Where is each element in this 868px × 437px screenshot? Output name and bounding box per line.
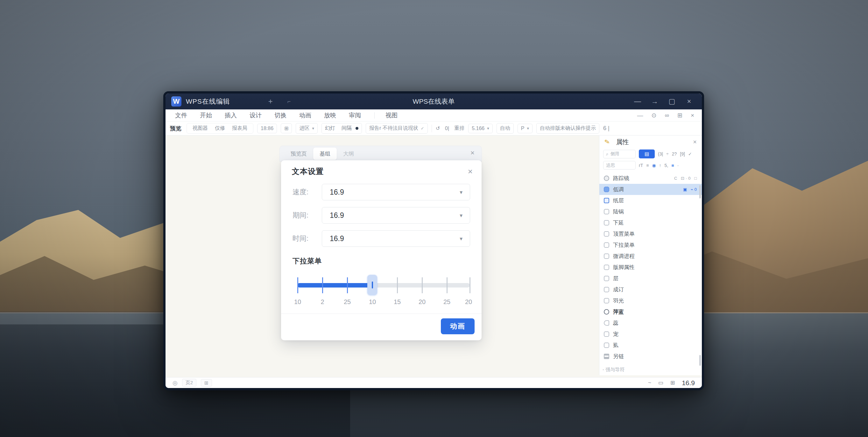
toolbar-button[interactable]: 报表局 (229, 124, 250, 132)
dialog-close-icon[interactable]: × (468, 167, 473, 176)
chevron-down-icon: ▼ (459, 236, 463, 241)
item-icon (604, 265, 609, 270)
list-item[interactable]: 低调 ▣ ⌁0 (599, 184, 702, 195)
more-icon[interactable]: · (677, 163, 679, 168)
long-toolbar-button[interactable]: 自动排版未确认操作提示 (536, 123, 599, 134)
item-icon (604, 331, 609, 337)
record-icon[interactable]: ⊙ (652, 112, 657, 119)
tabstrip-tab[interactable]: 基组 (313, 147, 337, 160)
toolbar-button[interactable]: 仅修 (212, 124, 227, 132)
grid-button[interactable]: ⊞ (281, 124, 292, 133)
tabstrip-tab[interactable]: 大纲 (337, 147, 360, 160)
list-item[interactable]: 路踪镜 C ⊡·0 □ (599, 173, 702, 184)
pan-icon[interactable]: ~ (648, 380, 651, 386)
panel-scrollbar-thumb[interactable] (699, 185, 701, 198)
panel-scrollbar-thumb[interactable] (699, 355, 701, 366)
shape-icon[interactable]: (3| (658, 152, 663, 157)
cut-icon[interactable]: 5, (664, 163, 669, 168)
menu-item[interactable]: 开始 (200, 111, 212, 120)
maximize-icon[interactable]: ▢ (665, 97, 678, 106)
value-dropdown[interactable]: 5.166 ▾ (468, 124, 493, 133)
list-item[interactable]: 另链 (599, 351, 702, 362)
tabstrip-tab[interactable]: 预览页 (284, 147, 313, 160)
item-icon (604, 242, 609, 248)
list-item[interactable]: 微调进程 (599, 250, 702, 262)
animation-button[interactable]: 动画 (441, 318, 474, 334)
view-tab-label[interactable]: 预览 (170, 125, 181, 132)
menu-item-extra[interactable]: 视图 (385, 111, 398, 120)
auto-button[interactable]: 自动 (497, 123, 514, 134)
minimize-ribbon-icon[interactable]: — (637, 112, 643, 119)
panel-search-input[interactable]: ⌕ 侧用 (603, 150, 636, 158)
list-item[interactable]: 版脚属性 (599, 262, 702, 273)
toolbar-button-group: 视图器仅修报表局 (187, 123, 253, 134)
glasses-icon[interactable]: ∞ (664, 112, 669, 119)
zero-icon[interactable]: 0| (445, 126, 449, 131)
item-label: 虱 (613, 342, 618, 349)
list-item[interactable]: 下拉菜单 (599, 239, 702, 250)
menu-item[interactable]: 切换 (274, 111, 286, 120)
item-icon (604, 320, 609, 326)
menu-item[interactable]: 放映 (324, 111, 336, 120)
new-tab-button[interactable]: + (268, 97, 273, 106)
list-item[interactable]: 下延 (599, 217, 702, 228)
slider-tick (469, 277, 470, 293)
list-item[interactable]: 羽光 (599, 295, 702, 306)
divide-icon[interactable]: ÷ (666, 152, 669, 157)
forward-icon[interactable]: → (648, 97, 661, 106)
list-item[interactable]: 纸层 (599, 195, 702, 206)
toolbar-button[interactable]: 视图器 (190, 124, 210, 132)
list-item[interactable]: 蕊 (599, 317, 702, 329)
close-icon[interactable]: × (683, 97, 695, 106)
segment-control[interactable]: 幻灯 间隔 (321, 123, 362, 134)
menu-item[interactable]: 设计 (250, 111, 261, 120)
menu-item[interactable]: 文件 (175, 111, 187, 120)
list-item[interactable]: 顶置菜单 (599, 228, 702, 239)
list-icon[interactable]: ≡ (646, 163, 649, 168)
grid-view-icon[interactable]: ⊞ (201, 379, 212, 387)
target-icon[interactable]: ◉ (652, 163, 656, 168)
field-select[interactable]: 16.9 ▼ (322, 207, 470, 224)
small-dropdown[interactable]: 进区 ▾ (296, 123, 318, 134)
layout-icon[interactable]: ⊞ (677, 112, 682, 119)
question-icon[interactable]: 2? (672, 152, 677, 157)
slider-handle[interactable] (367, 275, 377, 295)
list-item[interactable]: 陆锅 (599, 206, 702, 217)
list-item[interactable]: 萍蓝 (599, 306, 702, 317)
field-select[interactable]: 16.9 ▼ (322, 230, 470, 247)
menubar: 文件开始插入设计切换动画放映审阅 视图 — ⊙ ∞ ⊞ × (165, 109, 702, 122)
table-icon[interactable]: rT (639, 163, 643, 168)
menu-item[interactable]: 审阅 (349, 111, 361, 120)
menu-item[interactable]: 动画 (299, 111, 311, 120)
panel-filter-input[interactable]: 追思 (603, 161, 636, 170)
minimize-icon[interactable]: — (631, 97, 644, 106)
list-item[interactable]: 成订 (599, 284, 702, 295)
arrow-up-icon[interactable]: ↑ (659, 163, 661, 168)
close-ribbon-icon[interactable]: × (691, 112, 694, 119)
rearrange-label[interactable]: 重排 (454, 125, 464, 132)
check-icon[interactable]: ✓ (688, 152, 692, 157)
flag-button[interactable]: P ▾ (518, 124, 532, 133)
grid-layout-icon[interactable]: ⊞ (670, 379, 675, 386)
panel-item-list: 路踪镜 C ⊡·0 □ 低调 ▣ ⌁0 纸层 (599, 173, 702, 362)
slider: 102251015202520 (292, 266, 470, 313)
tabstrip-close-icon[interactable]: × (470, 149, 474, 157)
panel-active-button[interactable]: ▤ (639, 149, 655, 158)
list-item[interactable]: 虱 (599, 340, 702, 351)
item-icon (604, 276, 609, 281)
menu-item[interactable]: 插入 (225, 111, 237, 120)
panel-close-icon[interactable]: × (693, 138, 697, 146)
fill-icon[interactable]: ■ (671, 163, 674, 168)
slider-tick (297, 277, 298, 293)
preset-dropdown[interactable]: 报告r 不待法目说现状 ✓ (366, 123, 428, 134)
status-circle-icon[interactable]: ◎ (173, 379, 178, 386)
slide-view-icon[interactable]: ▭ (658, 379, 663, 386)
list-item[interactable]: 宠 (599, 329, 702, 340)
item-right-icons: ▣ ⌁0 (683, 187, 698, 192)
rotate-icon[interactable]: ↺ (436, 125, 440, 131)
list-item[interactable]: 层 (599, 273, 702, 284)
frame-icon[interactable]: [9] (680, 152, 685, 157)
size-input[interactable]: 18:86 (257, 124, 277, 133)
field-select[interactable]: 16.9 ▼ (322, 184, 470, 200)
slider-tick-label: 2 (320, 298, 324, 306)
